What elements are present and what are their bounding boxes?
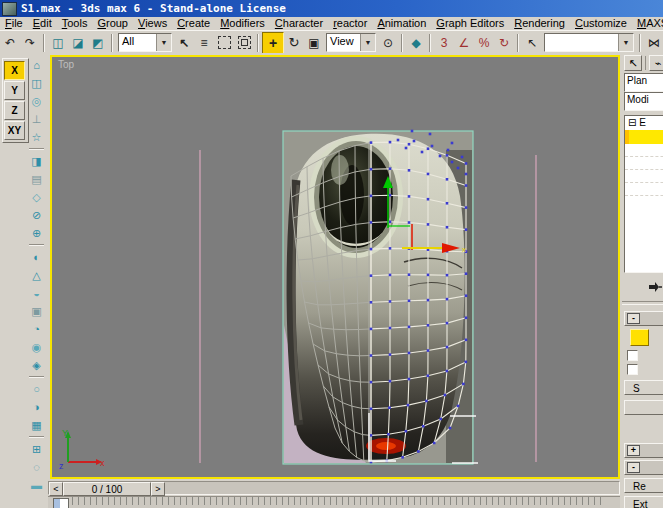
chevron-down-icon[interactable]: ▼ bbox=[618, 34, 633, 51]
menu-views[interactable]: Views bbox=[133, 17, 172, 30]
left-tool-icon-7[interactable]: ▤ bbox=[28, 171, 45, 187]
left-tool-icon-14[interactable]: ◒ bbox=[28, 285, 45, 301]
track-tick bbox=[600, 497, 601, 505]
menu-rendering[interactable]: Rendering bbox=[509, 17, 570, 30]
left-tool-icon-22[interactable]: ▦ bbox=[28, 417, 45, 433]
left-tool-icon-1[interactable]: ◫ bbox=[28, 75, 45, 91]
viewport-label[interactable]: Top bbox=[58, 59, 74, 70]
pin-stack-icon[interactable] bbox=[648, 281, 662, 293]
collapse-icon[interactable]: - bbox=[627, 462, 640, 473]
window-crossing-toggle[interactable] bbox=[234, 33, 254, 53]
track-bar[interactable] bbox=[48, 496, 620, 508]
left-tool-icon-4[interactable]: ☆ bbox=[28, 129, 45, 145]
titlebar[interactable]: S1.max - 3ds max 6 - Stand-alone License bbox=[0, 0, 663, 17]
menu-character[interactable]: Character bbox=[270, 17, 328, 30]
stack-root-row[interactable]: ⊟ E bbox=[625, 116, 663, 130]
next-frame-button[interactable]: > bbox=[151, 482, 165, 496]
left-tool-icon-8[interactable]: ◇ bbox=[28, 189, 45, 205]
left-tool-icon-15[interactable]: ▣ bbox=[28, 303, 45, 319]
left-tool-icon-16[interactable]: ◔ bbox=[28, 321, 45, 337]
select-and-rotate-button[interactable]: ↻ bbox=[284, 33, 304, 53]
left-tool-icon-18[interactable]: ◈ bbox=[28, 357, 45, 373]
menu-maxscript[interactable]: MAXScript bbox=[632, 17, 663, 30]
left-tool-icon-2[interactable]: ◎ bbox=[28, 93, 45, 109]
undo-icon[interactable]: ↶ bbox=[0, 33, 20, 53]
unlink-selection-icon[interactable]: ◪ bbox=[68, 33, 88, 53]
viewport-canvas[interactable]: x Y x z bbox=[52, 57, 618, 477]
track-tick bbox=[354, 497, 355, 505]
select-by-name-button[interactable]: ≡ bbox=[194, 33, 214, 53]
viewport-top[interactable]: Top bbox=[50, 55, 620, 479]
stack-selected-row[interactable] bbox=[625, 130, 663, 144]
select-and-manipulate-button[interactable]: ◆ bbox=[406, 33, 426, 53]
expand-icon[interactable]: + bbox=[627, 445, 640, 456]
extrude-button[interactable]: Ext bbox=[624, 496, 663, 508]
axis-xy-button[interactable]: XY bbox=[4, 121, 25, 140]
menu-create[interactable]: Create bbox=[172, 17, 215, 30]
select-and-scale-button[interactable]: ▣ bbox=[304, 33, 324, 53]
left-tool-icon-6[interactable]: ◨ bbox=[28, 153, 45, 169]
menu-customize[interactable]: Customize bbox=[570, 17, 632, 30]
modifier-stack[interactable]: ⊟ E bbox=[624, 115, 663, 273]
axis-z-button[interactable]: Z bbox=[4, 101, 25, 120]
chevron-down-icon[interactable]: ▼ bbox=[156, 34, 171, 51]
repeat-button[interactable]: Re bbox=[624, 478, 663, 493]
rectangular-selection-region-button[interactable] bbox=[214, 33, 234, 53]
menu-animation[interactable]: Animation bbox=[372, 17, 431, 30]
left-tool-icon-25[interactable]: ◌ bbox=[28, 459, 45, 475]
collapse-icon[interactable]: - bbox=[627, 313, 640, 324]
angle-snap-button[interactable]: ∠ bbox=[454, 33, 474, 53]
left-tool-icon-24[interactable]: ⊞ bbox=[28, 441, 45, 457]
reference-coordinate-dropdown[interactable]: View ▼ bbox=[326, 33, 376, 52]
frame-marker[interactable] bbox=[53, 498, 69, 508]
left-tool-icon-17[interactable]: ◉ bbox=[28, 339, 45, 355]
select-tab-icon[interactable]: ↖ bbox=[624, 55, 642, 71]
select-and-link-icon[interactable]: ◫ bbox=[48, 33, 68, 53]
left-tool-icon-9[interactable]: ⊘ bbox=[28, 207, 45, 223]
left-tool-icon-21[interactable]: ◑ bbox=[28, 399, 45, 415]
chevron-down-icon[interactable]: ▼ bbox=[360, 34, 375, 51]
bind-to-spacewarp-icon[interactable]: ◩ bbox=[88, 33, 108, 53]
menu-graph-editors[interactable]: Graph Editors bbox=[431, 17, 509, 30]
left-tool-icon-13[interactable]: △ bbox=[28, 267, 45, 283]
use-pivot-center-button[interactable]: ⊙ bbox=[378, 33, 398, 53]
menu-file[interactable]: File bbox=[0, 17, 28, 30]
named-selection-sets-button[interactable]: ↖ bbox=[522, 33, 542, 53]
select-and-move-button[interactable]: + bbox=[262, 32, 284, 54]
expand-icon[interactable]: ⊟ bbox=[628, 117, 636, 128]
axis-constraints-toolbar: X Y Z XY bbox=[2, 58, 29, 143]
mirror-button[interactable]: ⋈ bbox=[644, 33, 663, 53]
left-tool-icon-3[interactable]: ⊥ bbox=[28, 111, 45, 127]
left-tool-icon-12[interactable]: ◐ bbox=[28, 249, 45, 265]
snap-toggle-button[interactable]: 3 bbox=[434, 33, 454, 53]
menu-modifiers[interactable]: Modifiers bbox=[215, 17, 270, 30]
select-object-button[interactable]: ↖ bbox=[174, 33, 194, 53]
redo-icon[interactable]: ↷ bbox=[20, 33, 40, 53]
prev-frame-button[interactable]: < bbox=[49, 482, 63, 496]
menu-group[interactable]: Group bbox=[92, 17, 133, 30]
left-tool-icon-10[interactable]: ⊕ bbox=[28, 225, 45, 241]
named-selection-dropdown[interactable]: ▼ bbox=[544, 33, 634, 52]
checkbox-1[interactable] bbox=[627, 350, 638, 361]
rollout-selection-header[interactable]: - bbox=[624, 311, 663, 326]
subobject-mode-button[interactable] bbox=[630, 329, 649, 346]
object-name-field[interactable]: Plan bbox=[624, 73, 663, 92]
menu-reactor[interactable]: reactor bbox=[328, 17, 372, 30]
modify-tab-icon[interactable]: ⌁ bbox=[649, 55, 663, 71]
left-tool-icon-26[interactable]: ▬ bbox=[28, 477, 45, 493]
menu-tools[interactable]: Tools bbox=[57, 17, 93, 30]
axis-x-button[interactable]: X bbox=[4, 61, 25, 80]
show-button[interactable]: S bbox=[624, 380, 663, 395]
menu-edit[interactable]: Edit bbox=[28, 17, 57, 30]
time-slider-handle[interactable]: 0 / 100 bbox=[63, 482, 151, 496]
left-tool-icon-0[interactable]: ⌂ bbox=[28, 57, 45, 73]
rollout-collapsed-header[interactable]: + bbox=[624, 443, 663, 458]
modifier-list-dropdown[interactable]: Modi bbox=[624, 92, 663, 111]
axis-y-button[interactable]: Y bbox=[4, 81, 25, 100]
selection-filter-dropdown[interactable]: All ▼ bbox=[118, 33, 172, 52]
spinner-snap-button[interactable]: ↻ bbox=[494, 33, 514, 53]
checkbox-2[interactable] bbox=[627, 364, 638, 375]
left-tool-icon-20[interactable]: ○ bbox=[28, 381, 45, 397]
percent-snap-button[interactable]: % bbox=[474, 33, 494, 53]
rollout-edit-header[interactable]: - bbox=[624, 460, 663, 475]
